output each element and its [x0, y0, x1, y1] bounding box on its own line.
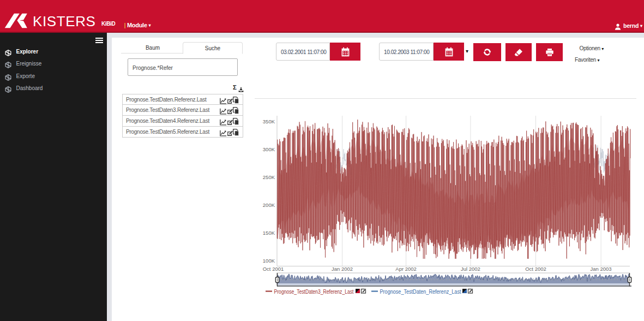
- svg-text:250K: 250K: [263, 174, 275, 180]
- svg-text:350K: 350K: [263, 118, 275, 124]
- svg-text:200K: 200K: [263, 202, 275, 208]
- svg-text:300K: 300K: [263, 146, 275, 152]
- svg-text:Jan 2002: Jan 2002: [332, 266, 353, 272]
- svg-text:Prognose_TestDaten3_Referenz_L: Prognose_TestDaten3_Referenz_Last: [274, 288, 354, 295]
- svg-text:100K: 100K: [263, 258, 275, 264]
- svg-text:Jul 2002: Jul 2002: [461, 266, 480, 272]
- svg-text:Oct 2002: Oct 2002: [525, 266, 546, 272]
- svg-text:Prognose_TestDaten_Referenz_La: Prognose_TestDaten_Referenz_Last: [380, 288, 461, 295]
- svg-text:150K: 150K: [263, 230, 275, 236]
- svg-text:Apr 2002: Apr 2002: [395, 266, 417, 272]
- svg-text:Oct 2001: Oct 2001: [263, 266, 284, 272]
- svg-text:Jan 2003: Jan 2003: [591, 266, 612, 272]
